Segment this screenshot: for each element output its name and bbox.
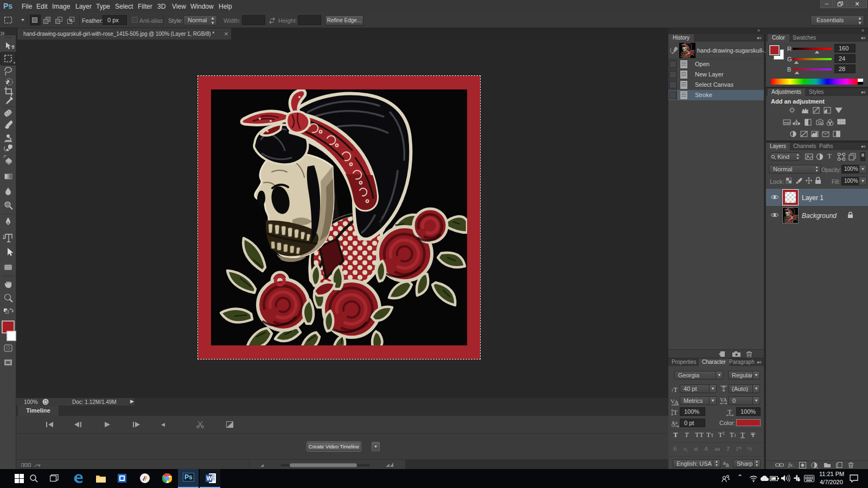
svg-text:T: T: [727, 408, 732, 416]
svg-text:T: T: [673, 408, 678, 416]
svg-text:a: a: [675, 420, 678, 425]
svg-text:A: A: [674, 399, 679, 406]
svg-text:A: A: [671, 420, 675, 426]
svg-text:W: W: [207, 475, 213, 481]
svg-text:VA: VA: [720, 397, 727, 403]
